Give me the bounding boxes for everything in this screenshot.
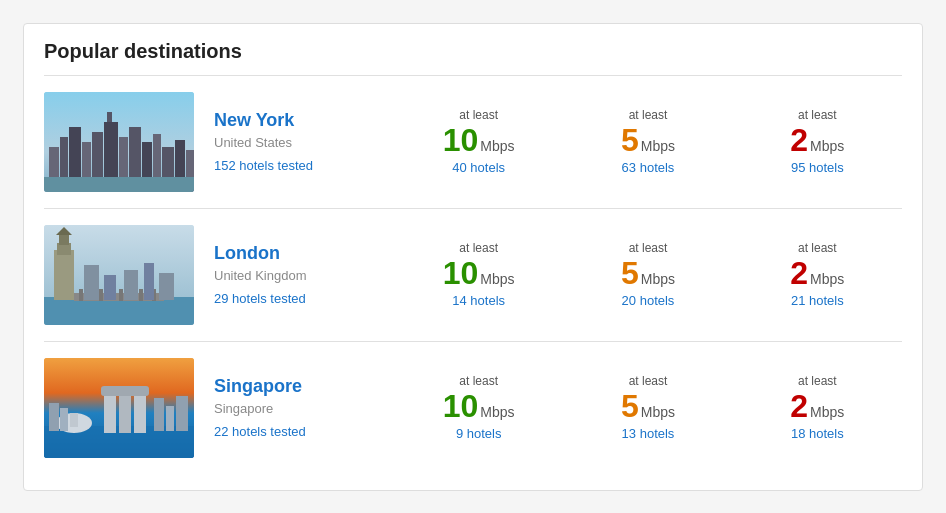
- destination-name-singapore: Singapore: [214, 376, 394, 397]
- speed-number: 5: [621, 257, 639, 289]
- speed-col-new-york-0: at least 10 Mbps 40 hotels: [419, 108, 539, 175]
- page-title: Popular destinations: [44, 40, 902, 63]
- speed-unit: Mbps: [641, 271, 675, 287]
- destination-info-london: London United Kingdom 29 hotels tested: [214, 243, 394, 306]
- destination-row-new-york: New York United States 152 hotels tested…: [44, 75, 902, 208]
- speed-number: 10: [443, 124, 479, 156]
- speed-value: 2 Mbps: [757, 257, 877, 289]
- speed-col-singapore-2: at least 2 Mbps 18 hotels: [757, 374, 877, 441]
- svg-rect-15: [44, 177, 194, 192]
- svg-rect-42: [60, 408, 68, 431]
- speed-unit: Mbps: [641, 404, 675, 420]
- speed-value: 10 Mbps: [419, 257, 539, 289]
- at-least-label: at least: [419, 241, 539, 255]
- svg-rect-44: [166, 406, 174, 431]
- hotels-count: 13 hotels: [588, 426, 708, 441]
- svg-rect-24: [54, 250, 74, 300]
- svg-rect-28: [84, 265, 99, 300]
- speed-unit: Mbps: [641, 138, 675, 154]
- speed-col-london-0: at least 10 Mbps 14 hotels: [419, 241, 539, 308]
- hotels-tested-new-york: 152 hotels tested: [214, 158, 394, 173]
- at-least-label: at least: [588, 108, 708, 122]
- svg-rect-22: [139, 289, 143, 301]
- svg-rect-45: [176, 396, 188, 431]
- svg-rect-41: [49, 403, 59, 431]
- destination-name-new-york: New York: [214, 110, 394, 131]
- speed-value: 5 Mbps: [588, 124, 708, 156]
- speed-number: 10: [443, 390, 479, 422]
- destination-image-singapore: [44, 358, 194, 458]
- svg-rect-21: [119, 289, 123, 301]
- speed-number: 10: [443, 257, 479, 289]
- destination-row-london: London United Kingdom 29 hotels tested a…: [44, 208, 902, 341]
- svg-rect-37: [134, 393, 146, 433]
- speed-value: 10 Mbps: [419, 124, 539, 156]
- svg-rect-17: [44, 297, 194, 325]
- svg-rect-31: [144, 263, 154, 300]
- at-least-label: at least: [588, 241, 708, 255]
- destination-row-singapore: Singapore Singapore 22 hotels tested at …: [44, 341, 902, 474]
- speed-col-new-york-2: at least 2 Mbps 95 hotels: [757, 108, 877, 175]
- popular-destinations-card: Popular destinations: [23, 23, 923, 491]
- at-least-label: at least: [757, 241, 877, 255]
- svg-rect-43: [154, 398, 164, 431]
- svg-rect-19: [79, 289, 83, 301]
- speed-number: 2: [790, 257, 808, 289]
- speed-col-new-york-1: at least 5 Mbps 63 hotels: [588, 108, 708, 175]
- svg-rect-32: [159, 273, 174, 300]
- at-least-label: at least: [419, 108, 539, 122]
- svg-rect-7: [107, 112, 112, 122]
- speed-columns-singapore: at least 10 Mbps 9 hotels at least 5 Mbp…: [394, 374, 902, 441]
- hotels-count: 14 hotels: [419, 293, 539, 308]
- destination-info-new-york: New York United States 152 hotels tested: [214, 110, 394, 173]
- at-least-label: at least: [419, 374, 539, 388]
- speed-value: 5 Mbps: [588, 390, 708, 422]
- speed-unit: Mbps: [480, 271, 514, 287]
- speed-col-singapore-0: at least 10 Mbps 9 hotels: [419, 374, 539, 441]
- speed-number: 5: [621, 390, 639, 422]
- speed-unit: Mbps: [810, 271, 844, 287]
- hotels-count: 20 hotels: [588, 293, 708, 308]
- hotels-count: 9 hotels: [419, 426, 539, 441]
- speed-number: 2: [790, 390, 808, 422]
- svg-rect-38: [101, 386, 149, 396]
- svg-rect-40: [70, 413, 78, 427]
- destination-image-new-york: [44, 92, 194, 192]
- svg-rect-20: [99, 289, 103, 301]
- svg-rect-30: [124, 270, 138, 300]
- speed-unit: Mbps: [810, 404, 844, 420]
- hotels-tested-singapore: 22 hotels tested: [214, 424, 394, 439]
- hotels-count: 21 hotels: [757, 293, 877, 308]
- speed-unit: Mbps: [480, 138, 514, 154]
- speed-columns-london: at least 10 Mbps 14 hotels at least 5 Mb…: [394, 241, 902, 308]
- speed-value: 2 Mbps: [757, 124, 877, 156]
- destination-country-london: United Kingdom: [214, 268, 394, 283]
- svg-rect-36: [119, 393, 131, 433]
- speed-number: 2: [790, 124, 808, 156]
- speed-unit: Mbps: [810, 138, 844, 154]
- speed-col-london-1: at least 5 Mbps 20 hotels: [588, 241, 708, 308]
- speed-unit: Mbps: [480, 404, 514, 420]
- speed-number: 5: [621, 124, 639, 156]
- speed-col-london-2: at least 2 Mbps 21 hotels: [757, 241, 877, 308]
- destinations-list: New York United States 152 hotels tested…: [44, 75, 902, 474]
- speed-value: 2 Mbps: [757, 390, 877, 422]
- hotels-tested-london: 29 hotels tested: [214, 291, 394, 306]
- speed-value: 5 Mbps: [588, 257, 708, 289]
- destination-name-london: London: [214, 243, 394, 264]
- svg-rect-29: [104, 275, 116, 300]
- destination-country-singapore: Singapore: [214, 401, 394, 416]
- svg-rect-26: [59, 235, 69, 245]
- speed-col-singapore-1: at least 5 Mbps 13 hotels: [588, 374, 708, 441]
- at-least-label: at least: [588, 374, 708, 388]
- svg-rect-35: [104, 393, 116, 433]
- hotels-count: 95 hotels: [757, 160, 877, 175]
- destination-country-new-york: United States: [214, 135, 394, 150]
- destination-image-london: [44, 225, 194, 325]
- speed-columns-new-york: at least 10 Mbps 40 hotels at least 5 Mb…: [394, 108, 902, 175]
- destination-info-singapore: Singapore Singapore 22 hotels tested: [214, 376, 394, 439]
- hotels-count: 18 hotels: [757, 426, 877, 441]
- at-least-label: at least: [757, 374, 877, 388]
- speed-value: 10 Mbps: [419, 390, 539, 422]
- hotels-count: 63 hotels: [588, 160, 708, 175]
